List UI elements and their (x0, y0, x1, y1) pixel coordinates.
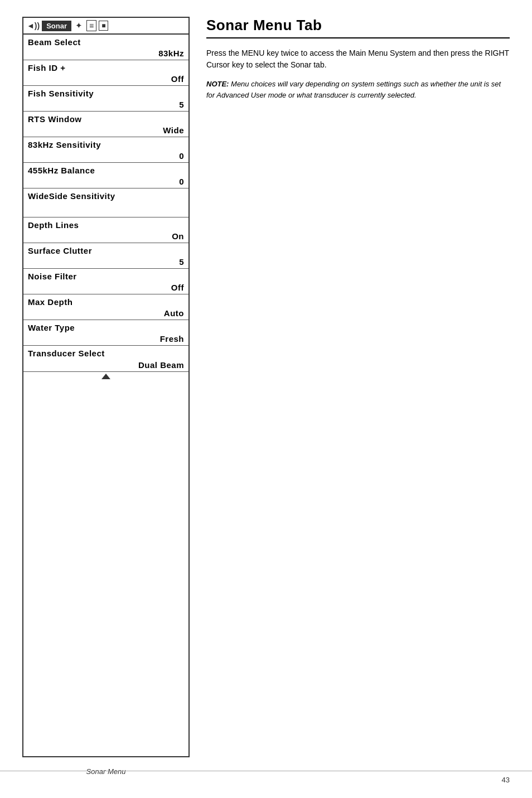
menu-item-surface-clutter[interactable]: Surface Clutter 5 (23, 243, 188, 269)
depth-lines-label: Depth Lines (28, 220, 184, 230)
rts-window-label: RTS Window (28, 114, 184, 124)
depth-lines-value: On (28, 231, 184, 241)
menu-item-depth-lines[interactable]: Depth Lines On (23, 217, 188, 243)
menu-item-transducer-select[interactable]: Transducer Select Dual Beam (23, 346, 188, 371)
transducer-select-label: Transducer Select (28, 349, 184, 358)
83khz-sensitivity-value: 0 (28, 151, 184, 161)
sonar-tab[interactable]: Sonar (42, 21, 71, 31)
note-text: NOTE: Menu choices will vary depending o… (206, 79, 510, 100)
gear-icon[interactable]: ✦ (74, 20, 84, 31)
noise-filter-label: Noise Filter (28, 272, 184, 281)
noise-filter-value: Off (28, 283, 184, 292)
wideside-sensitivity-value (28, 205, 184, 215)
menu-item-83khz-sensitivity[interactable]: 83kHz Sensitivity 0 (23, 137, 188, 163)
menu-item-fish-id[interactable]: Fish ID + Off (23, 60, 188, 86)
rts-window-value: Wide (28, 125, 184, 135)
beam-select-label: Beam Select (28, 37, 184, 47)
menu-item-rts-window[interactable]: RTS Window Wide (23, 112, 188, 137)
surface-clutter-label: Surface Clutter (28, 246, 184, 255)
455khz-balance-label: 455kHz Balance (28, 166, 184, 175)
menu-panel: ◄)) Sonar ✦ ≡ ■ Beam Select 83kHz Fish I… (22, 17, 190, 757)
description-text: Press the MENU key twice to access the M… (206, 47, 510, 71)
water-type-label: Water Type (28, 323, 184, 332)
menu-icon-1[interactable]: ≡ (86, 20, 96, 31)
page-footer: 43 (0, 771, 532, 784)
water-type-value: Fresh (28, 334, 184, 344)
scroll-indicator[interactable] (23, 371, 188, 381)
note-body: Menu choices will vary depending on syst… (206, 80, 501, 99)
surface-clutter-value: 5 (28, 257, 184, 267)
page-number: 43 (502, 776, 510, 784)
455khz-balance-value: 0 (28, 177, 184, 186)
fish-id-label: Fish ID + (28, 63, 184, 72)
transducer-select-value: Dual Beam (28, 360, 184, 370)
tab-bar: ◄)) Sonar ✦ ≡ ■ (23, 18, 188, 35)
menu-item-noise-filter[interactable]: Noise Filter Off (23, 269, 188, 294)
wideside-sensitivity-label: WideSide Sensitivity (28, 191, 184, 201)
fish-id-value: Off (28, 74, 184, 84)
menu-item-455khz-balance[interactable]: 455kHz Balance 0 (23, 163, 188, 188)
max-depth-value: Auto (28, 308, 184, 318)
menu-item-water-type[interactable]: Water Type Fresh (23, 320, 188, 346)
page-title: Sonar Menu Tab (206, 17, 510, 38)
note-label: NOTE: (206, 80, 229, 88)
menu-item-beam-select[interactable]: Beam Select 83kHz (23, 35, 188, 60)
menu-item-max-depth[interactable]: Max Depth Auto (23, 294, 188, 320)
scroll-up-arrow[interactable] (101, 374, 110, 379)
menu-icon-2[interactable]: ■ (99, 21, 108, 31)
sound-icon: ◄)) (27, 21, 40, 30)
menu-item-fish-sensitivity[interactable]: Fish Sensitivity 5 (23, 86, 188, 112)
fish-sensitivity-label: Fish Sensitivity (28, 89, 184, 98)
max-depth-label: Max Depth (28, 297, 184, 307)
83khz-sensitivity-label: 83kHz Sensitivity (28, 140, 184, 149)
fish-sensitivity-value: 5 (28, 100, 184, 109)
right-panel: Sonar Menu Tab Press the MENU key twice … (190, 17, 510, 757)
beam-select-value: 83kHz (28, 49, 184, 58)
menu-item-wideside-sensitivity[interactable]: WideSide Sensitivity (23, 188, 188, 217)
